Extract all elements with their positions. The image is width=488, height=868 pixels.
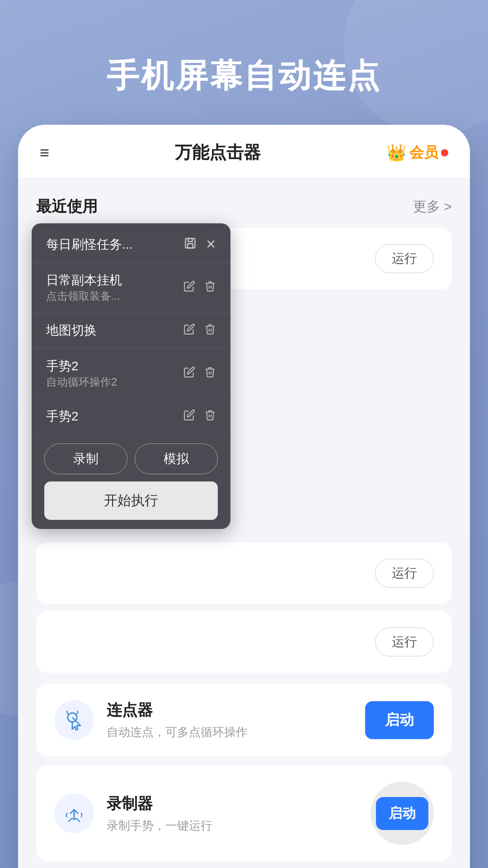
clicker-desc: 自动连点，可多点循环操作 <box>107 724 248 740</box>
close-icon[interactable]: ✕ <box>206 237 216 253</box>
dropdown-item-1-sub: 点击领取装备... <box>46 289 122 303</box>
save-icon[interactable] <box>184 237 197 253</box>
dropdown-item-1-actions <box>183 280 216 295</box>
clicker-info: 连点器 自动连点，可多点循环操作 <box>107 700 248 740</box>
more-link[interactable]: 更多 > <box>413 198 452 216</box>
script-card-2[interactable]: 运行 <box>36 542 452 604</box>
delete-icon-3[interactable] <box>204 366 216 381</box>
clicker-name: 连点器 <box>107 700 248 721</box>
vip-label: 会员 <box>409 143 438 163</box>
edit-icon-4[interactable] <box>183 409 195 424</box>
dropdown-footer: 录制 模拟 开始执行 <box>32 434 230 529</box>
edit-icon-2[interactable] <box>183 323 195 338</box>
dropdown-item-4-name: 手势2 <box>46 408 79 425</box>
menu-icon[interactable]: ≡ <box>40 145 49 161</box>
script-card-3[interactable]: 运行 <box>36 611 452 673</box>
delete-icon-2[interactable] <box>204 323 216 338</box>
recorder-icon <box>62 802 86 825</box>
recent-title: 最近使用 <box>36 196 98 217</box>
phone-card: ≡ 万能点击器 👑 会员 最近使用 更多 > 金币任务脚本1 运行 <box>18 125 470 868</box>
dropdown-menu: 每日刷怪任务... ✕ <box>32 223 230 529</box>
simulate-button[interactable]: 模拟 <box>135 443 218 474</box>
main-content: 最近使用 更多 > 金币任务脚本1 运行 每日刷怪任务... <box>18 178 470 868</box>
script-card-container-1: 金币任务脚本1 运行 每日刷怪任务... <box>36 228 452 289</box>
red-dot <box>441 149 448 156</box>
app-title-text: 万能点击器 <box>175 141 261 164</box>
run-button-3[interactable]: 运行 <box>375 627 434 656</box>
execute-button[interactable]: 开始执行 <box>44 481 218 520</box>
dropdown-item-3[interactable]: 手势2 自动循环操作2 <box>32 349 230 399</box>
dropdown-item-3-sub: 自动循环操作2 <box>46 375 117 389</box>
run-button-1[interactable]: 运行 <box>375 244 434 273</box>
clicker-icon-wrap <box>54 700 94 740</box>
clicker-icon <box>62 708 86 732</box>
dropdown-item-4-info: 手势2 <box>46 408 79 425</box>
edit-icon-1[interactable] <box>183 280 195 295</box>
background: 手机屏幕自动连点 ≡ 万能点击器 👑 会员 最近使用 更多 > 金币任务脚本1 <box>0 0 488 868</box>
dropdown-item-1-name: 日常副本挂机 <box>46 272 122 289</box>
recorder-desc: 录制手势，一键运行 <box>107 818 212 834</box>
edit-icon-3[interactable] <box>183 366 195 381</box>
dropdown-item-3-info: 手势2 自动循环操作2 <box>46 358 117 389</box>
clicker-start-button[interactable]: 启动 <box>365 701 434 739</box>
svg-rect-1 <box>188 238 192 241</box>
dropdown-action-row: 录制 模拟 <box>44 443 218 474</box>
dropdown-item-2-name: 地图切换 <box>46 322 97 339</box>
dropdown-item-4-actions <box>183 409 216 424</box>
feature-card-recorder: 录制器 录制手势，一键运行 启动 <box>36 765 452 861</box>
recorder-circle-container: 启动 <box>371 782 434 845</box>
dropdown-item-2-info: 地图切换 <box>46 322 97 339</box>
dropdown-header: 每日刷怪任务... ✕ <box>32 223 230 263</box>
feature-recorder-left: 录制器 录制手势，一键运行 <box>54 793 212 834</box>
dropdown-item-3-actions <box>183 366 216 381</box>
vip-area[interactable]: 👑 会员 <box>386 143 448 163</box>
recorder-info: 录制器 录制手势，一键运行 <box>107 793 212 834</box>
run-button-2[interactable]: 运行 <box>375 559 434 588</box>
crown-icon: 👑 <box>386 143 407 162</box>
feature-card-clicker: 连点器 自动连点，可多点循环操作 启动 <box>36 684 452 756</box>
recorder-circle-bg: 启动 <box>371 782 434 845</box>
dropdown-item-3-name: 手势2 <box>46 358 117 375</box>
recorder-name: 录制器 <box>107 793 212 814</box>
delete-icon-1[interactable] <box>204 280 216 295</box>
feature-section: 连点器 自动连点，可多点循环操作 启动 <box>36 684 452 861</box>
recorder-start-button[interactable]: 启动 <box>376 797 428 830</box>
dropdown-item-1[interactable]: 日常副本挂机 点击领取装备... <box>32 263 230 313</box>
dropdown-header-text: 每日刷怪任务... <box>46 236 132 253</box>
recorder-icon-wrap <box>54 793 94 833</box>
delete-icon-4[interactable] <box>204 409 216 424</box>
recent-section-header: 最近使用 更多 > <box>36 196 452 217</box>
record-button[interactable]: 录制 <box>44 443 127 474</box>
dropdown-item-4[interactable]: 手势2 <box>32 399 230 434</box>
dropdown-header-icons: ✕ <box>184 237 216 253</box>
svg-rect-2 <box>188 244 193 248</box>
app-bar: ≡ 万能点击器 👑 会员 <box>18 125 470 178</box>
feature-clicker-left: 连点器 自动连点，可多点循环操作 <box>54 700 248 740</box>
dropdown-item-2[interactable]: 地图切换 <box>32 313 230 349</box>
dropdown-item-1-info: 日常副本挂机 点击领取装备... <box>46 272 122 303</box>
dropdown-item-2-actions <box>183 323 216 338</box>
